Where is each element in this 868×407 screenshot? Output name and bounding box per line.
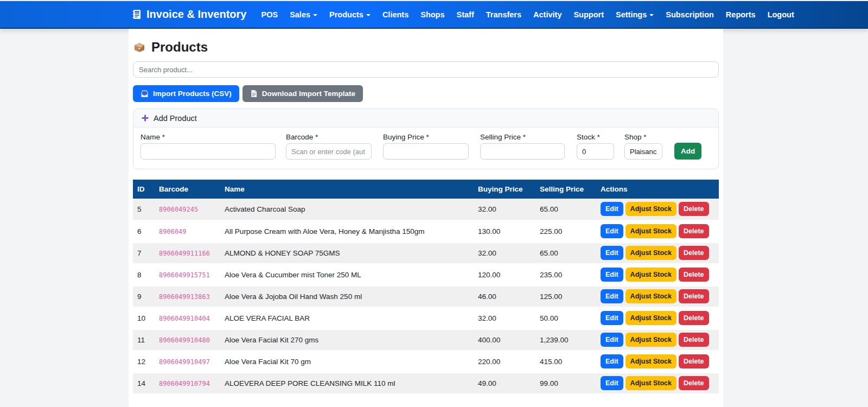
barcode-value: 8906049910404 — [159, 315, 210, 322]
cell-selling-price: 99.00 — [535, 372, 596, 394]
adjust-stock-button[interactable]: Adjust Stock — [626, 246, 676, 260]
nav-item-reports[interactable]: Reports — [720, 6, 762, 23]
download-template-button[interactable]: Download Import Template — [242, 85, 363, 102]
row-actions: EditAdjust StockDelete — [601, 268, 714, 282]
nav-item-pos[interactable]: POS — [256, 6, 284, 23]
cell-actions: EditAdjust StockDelete — [596, 220, 719, 242]
adjust-stock-button[interactable]: Adjust Stock — [626, 376, 676, 390]
chevron-down-icon — [649, 14, 654, 16]
adjust-stock-button[interactable]: Adjust Stock — [626, 268, 676, 282]
nav-item-logout[interactable]: Logout — [762, 6, 800, 23]
table-row: 118906049910480Aloe Vera Facial Kit 270 … — [133, 329, 719, 351]
brand-link[interactable]: Invoice & Inventory — [132, 8, 247, 21]
edit-button[interactable]: Edit — [601, 246, 623, 260]
delete-button[interactable]: Delete — [679, 333, 709, 347]
buying-price-field[interactable] — [383, 143, 469, 160]
cell-barcode: 8906049910404 — [155, 307, 220, 329]
edit-button[interactable]: Edit — [601, 224, 623, 238]
cell-buying-price: 400.00 — [474, 329, 535, 351]
row-actions: EditAdjust StockDelete — [601, 376, 714, 390]
delete-button[interactable]: Delete — [679, 246, 709, 260]
cell-id: 10 — [133, 307, 155, 329]
selling-price-field[interactable] — [480, 143, 565, 160]
cell-barcode: 8906049910794 — [155, 372, 220, 394]
delete-button[interactable]: Delete — [679, 311, 709, 325]
cell-barcode: 8906049 — [155, 220, 220, 242]
search-input[interactable] — [133, 61, 719, 78]
buying-price-label: Buying Price * — [383, 133, 469, 141]
edit-button[interactable]: Edit — [601, 202, 623, 216]
cell-barcode: 8906049911166 — [155, 242, 220, 264]
table-row: 148906049910794ALOEVERA DEEP PORE CLEANS… — [133, 372, 719, 394]
nav-item-transfers[interactable]: Transfers — [480, 6, 527, 23]
table-row: 68906049All Purpose Cream with Aloe Vera… — [133, 220, 719, 242]
cell-id: 7 — [133, 242, 155, 264]
table-row: 78906049911166ALMOND & HONEY SOAP 75GMS3… — [133, 242, 719, 264]
delete-button[interactable]: Delete — [679, 289, 709, 303]
edit-button[interactable]: Edit — [601, 268, 623, 282]
barcode-label: Barcode * — [286, 133, 372, 141]
add-button[interactable]: Add — [674, 143, 701, 160]
cell-name: Aloe Vera & Jojoba Oil Hand Wash 250 ml — [220, 285, 474, 307]
delete-button[interactable]: Delete — [679, 376, 709, 390]
adjust-stock-button[interactable]: Adjust Stock — [626, 289, 676, 303]
import-products-button[interactable]: Import Products (CSV) — [133, 85, 239, 102]
cell-name: Aloe Vera Facial Kit 70 gm — [220, 351, 474, 372]
products-table: ID Barcode Name Buying Price Selling Pri… — [133, 180, 719, 395]
delete-button[interactable]: Delete — [679, 268, 709, 282]
add-product-header[interactable]: Add Product — [133, 109, 718, 128]
nav-item-staff[interactable]: Staff — [451, 6, 480, 23]
edit-button[interactable]: Edit — [601, 289, 623, 303]
invoice-ledger-icon — [132, 9, 142, 20]
delete-button[interactable]: Delete — [679, 354, 709, 368]
page-title-text: Products — [151, 40, 208, 55]
upload-tray-icon — [141, 90, 149, 98]
barcode-field[interactable] — [286, 143, 372, 160]
table-row: 88906049915751Aloe Vera & Cucumber mist … — [133, 264, 719, 285]
nav-item-clients[interactable]: Clients — [376, 6, 414, 23]
cell-id: 9 — [133, 285, 155, 307]
nav-item-products[interactable]: Products — [323, 6, 376, 23]
chevron-down-icon — [366, 14, 371, 16]
nav-item-support[interactable]: Support — [567, 6, 610, 23]
add-product-card: Add Product Name * Barcode * Buying Pric… — [133, 109, 719, 169]
chevron-down-icon — [313, 14, 317, 16]
barcode-value: 8906049911166 — [159, 250, 210, 257]
cell-actions: EditAdjust StockDelete — [596, 285, 719, 307]
edit-button[interactable]: Edit — [601, 376, 623, 390]
adjust-stock-button[interactable]: Adjust Stock — [626, 311, 676, 325]
cell-actions: EditAdjust StockDelete — [596, 242, 719, 264]
cell-buying-price: 32.00 — [474, 307, 535, 329]
nav-item-subscription[interactable]: Subscription — [660, 6, 720, 23]
edit-button[interactable]: Edit — [601, 311, 623, 325]
cell-id: 14 — [133, 372, 155, 394]
delete-button[interactable]: Delete — [679, 224, 709, 238]
cell-id: 6 — [133, 220, 155, 242]
adjust-stock-button[interactable]: Adjust Stock — [626, 202, 676, 216]
column-header-name: Name — [220, 180, 474, 199]
cell-id: 12 — [133, 351, 155, 372]
nav-item-activity[interactable]: Activity — [527, 6, 567, 23]
name-field[interactable] — [141, 143, 276, 160]
stock-label: Stock * — [577, 133, 614, 141]
table-row: 58906049245Activated Charcoal Soap32.006… — [133, 199, 719, 220]
column-header-selling-price: Selling Price — [535, 180, 596, 199]
barcode-value: 8906049910794 — [159, 380, 210, 387]
cell-actions: EditAdjust StockDelete — [596, 372, 719, 394]
table-row: 98906049913863Aloe Vera & Jojoba Oil Han… — [133, 285, 719, 307]
cell-selling-price: 125.00 — [535, 285, 596, 307]
stock-field[interactable] — [577, 143, 614, 160]
edit-button[interactable]: Edit — [601, 354, 623, 368]
nav-item-shops[interactable]: Shops — [414, 6, 450, 23]
nav-item-sales[interactable]: Sales — [284, 6, 323, 23]
edit-button[interactable]: Edit — [601, 333, 623, 347]
cell-buying-price: 32.00 — [474, 199, 535, 220]
cell-id: 8 — [133, 264, 155, 285]
delete-button[interactable]: Delete — [679, 202, 709, 216]
shop-select[interactable]: Plaisanc — [624, 143, 662, 160]
adjust-stock-button[interactable]: Adjust Stock — [626, 354, 676, 368]
adjust-stock-button[interactable]: Adjust Stock — [626, 224, 676, 238]
row-actions: EditAdjust StockDelete — [601, 333, 714, 347]
nav-item-settings[interactable]: Settings — [610, 6, 660, 23]
adjust-stock-button[interactable]: Adjust Stock — [626, 333, 676, 347]
